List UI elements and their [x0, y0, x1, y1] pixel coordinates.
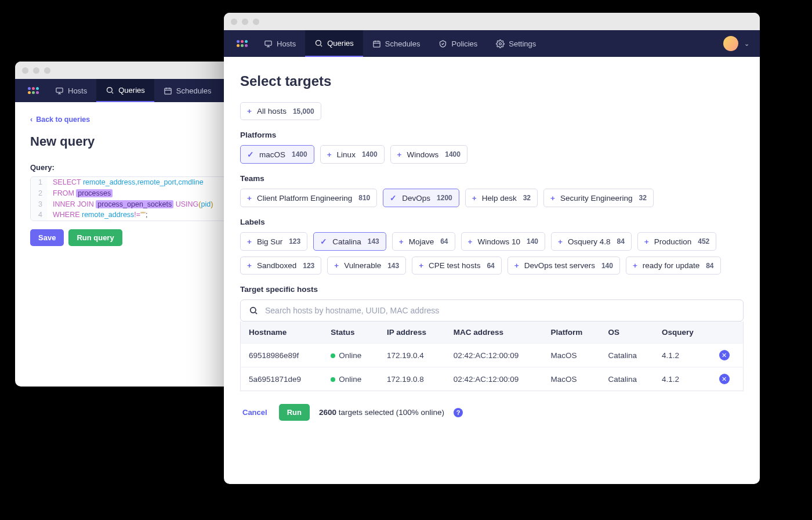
platform-chip[interactable]: ✓macOS1400: [240, 145, 314, 164]
platform-chip[interactable]: +Linux1400: [320, 145, 385, 164]
plus-icon: +: [472, 194, 477, 203]
back-to-queries-link[interactable]: ‹ Back to queries: [30, 115, 90, 124]
cell-os: Catalina: [600, 344, 654, 367]
cell-status: Online: [322, 344, 379, 367]
label-chip[interactable]: +Osquery 4.884: [551, 232, 632, 251]
remove-host-button[interactable]: ✕: [719, 350, 730, 360]
host-search[interactable]: [240, 299, 744, 322]
nav-label: Hosts: [277, 39, 296, 48]
remove-host-button[interactable]: ✕: [719, 374, 730, 384]
nav-settings[interactable]: Settings: [487, 30, 545, 57]
nav-policies[interactable]: Policies: [429, 30, 487, 57]
status-dot-icon: [331, 377, 335, 382]
nav-schedules[interactable]: Schedules: [363, 30, 430, 57]
team-chip[interactable]: +Help desk32: [465, 189, 538, 207]
plus-icon: +: [550, 194, 555, 203]
chip-count: 123: [289, 237, 300, 245]
chip-all-hosts[interactable]: + All hosts 15,000: [240, 102, 321, 120]
chip-label: DevOps test servers: [524, 261, 595, 270]
chip-label: All hosts: [257, 107, 287, 115]
window-control-zoom[interactable]: [253, 19, 259, 25]
plus-icon: +: [397, 150, 402, 159]
cell-ip: 172.19.0.8: [379, 367, 445, 391]
cancel-button[interactable]: Cancel: [240, 404, 270, 421]
window-control-close[interactable]: [22, 67, 28, 74]
chip-label: macOS: [259, 150, 285, 159]
window-control-minimize[interactable]: [242, 19, 248, 25]
chip-label: CPE test hosts: [429, 261, 480, 270]
col-os: OS: [600, 322, 654, 344]
chip-count: 32: [639, 194, 647, 202]
plus-icon: +: [419, 261, 423, 270]
window-control-minimize[interactable]: [33, 67, 39, 74]
label-chip[interactable]: +DevOps test servers140: [507, 257, 620, 275]
table-row[interactable]: 69518986e89fOnline172.19.0.402:42:AC:12:…: [241, 344, 744, 367]
chip-count: 140: [527, 237, 538, 245]
chip-count: 1400: [362, 150, 378, 158]
chip-count: 810: [358, 194, 370, 202]
chip-label: Windows 10: [477, 237, 520, 246]
backlink-label: Back to queries: [36, 115, 90, 124]
window-control-close[interactable]: [231, 19, 237, 25]
col-mac: MAC address: [445, 322, 543, 344]
nav-queries[interactable]: Queries: [305, 30, 363, 57]
chip-label: Sandboxed: [257, 261, 296, 270]
chip-count: 1400: [445, 150, 461, 158]
team-chip[interactable]: +Client Platform Engineering810: [240, 189, 377, 207]
chip-count: 64: [487, 262, 494, 270]
label-chip[interactable]: +Big Sur123: [240, 232, 307, 251]
teams-heading: Teams: [240, 174, 744, 183]
chip-count: 452: [698, 237, 709, 245]
host-search-input[interactable]: [265, 306, 735, 315]
label-chip[interactable]: +Windows 10140: [461, 232, 545, 251]
team-chip[interactable]: +Security Engineering32: [543, 189, 654, 207]
window-control-zoom[interactable]: [44, 67, 50, 74]
table-row[interactable]: 5a6951871de9Online172.19.0.802:42:AC:12:…: [241, 367, 744, 391]
col-hostname: Hostname: [241, 322, 323, 344]
svg-rect-3: [265, 41, 271, 45]
chip-count: 84: [617, 237, 624, 245]
run-query-button[interactable]: Run query: [68, 229, 122, 246]
chip-label: Osquery 4.8: [568, 237, 611, 246]
cell-osquery: 4.1.2: [654, 344, 711, 367]
targets-summary: 2600 targets selected (100% online): [319, 408, 444, 417]
nav-schedules[interactable]: Schedules: [154, 79, 221, 102]
svg-point-1: [107, 87, 113, 92]
label-chip[interactable]: +Vulnerable143: [327, 257, 406, 275]
plus-icon: +: [644, 237, 649, 246]
platform-chip[interactable]: +Windows1400: [390, 145, 467, 164]
avatar: [723, 36, 738, 51]
cell-osquery: 4.1.2: [654, 367, 711, 391]
nav-hosts[interactable]: Hosts: [46, 79, 96, 102]
nav-queries[interactable]: Queries: [96, 79, 154, 102]
col-platform: Platform: [543, 322, 600, 344]
save-button[interactable]: Save: [30, 229, 64, 246]
nav-label: Hosts: [68, 86, 87, 95]
chip-count: 143: [368, 237, 379, 245]
chevron-down-icon: ⌄: [744, 40, 749, 48]
chip-label: Catalina: [332, 237, 361, 246]
label-chip[interactable]: +CPE test hosts64: [412, 257, 502, 275]
foreground-window: Hosts Queries Schedules Policies Setting…: [224, 13, 760, 484]
user-menu[interactable]: ⌄: [723, 30, 754, 57]
label-chip[interactable]: +Production452: [637, 232, 716, 251]
logo[interactable]: [230, 30, 255, 57]
label-chip[interactable]: +Sandboxed123: [240, 257, 321, 275]
label-chip[interactable]: ✓Catalina143: [313, 232, 386, 251]
run-button[interactable]: Run: [279, 404, 310, 421]
col-osquery: Osquery: [654, 322, 711, 344]
col-status: Status: [322, 322, 379, 344]
nav-label: Queries: [327, 39, 354, 48]
label-chip[interactable]: +ready for update84: [626, 257, 721, 275]
svg-point-4: [316, 40, 321, 45]
navbar: Hosts Queries Schedules Policies Setting…: [224, 30, 760, 57]
chip-label: Windows: [407, 150, 438, 159]
label-chip[interactable]: +Mojave64: [392, 232, 455, 251]
nav-hosts[interactable]: Hosts: [255, 30, 305, 57]
team-chip[interactable]: ✓DevOps1200: [383, 189, 459, 207]
svg-rect-2: [165, 88, 171, 94]
logo[interactable]: [21, 79, 46, 102]
chip-label: Security Engineering: [560, 194, 633, 203]
help-icon[interactable]: ?: [454, 408, 463, 417]
chip-label: Help desk: [482, 194, 517, 203]
